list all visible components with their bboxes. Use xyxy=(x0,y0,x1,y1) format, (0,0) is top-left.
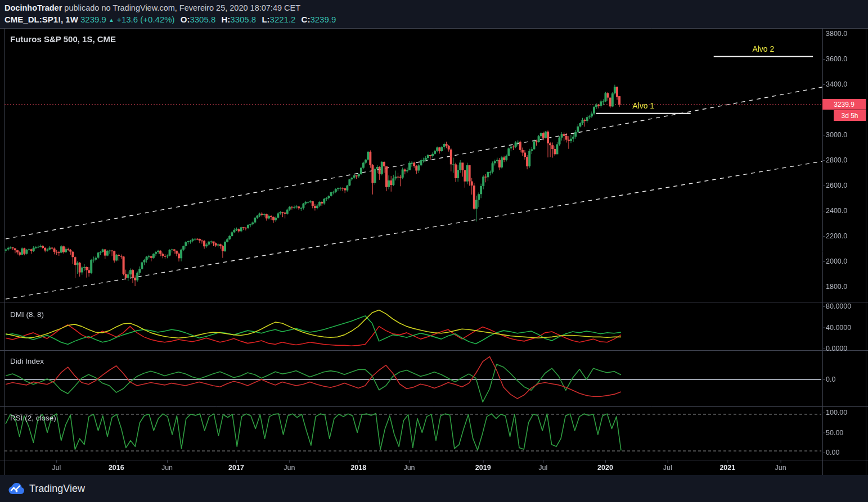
open-value: 3305.8 xyxy=(190,15,215,24)
bar-countdown-badge: 3d 5h xyxy=(834,110,866,121)
time-tick-label: 2017 xyxy=(228,464,244,472)
low-label: L: xyxy=(262,15,269,24)
symbol-interval[interactable]: CME_DL:SP1!, 1W xyxy=(5,15,78,24)
low-value: 3221.2 xyxy=(270,15,296,24)
axis-tick-label: 1800.0 xyxy=(826,283,847,291)
chart-region: Futuros S&P 500, 1S, CME DMI (8, 8) Didi… xyxy=(0,0,868,502)
close-value: 3239.9 xyxy=(310,15,336,24)
axis-tick-label: 3400.0 xyxy=(826,80,847,88)
time-tick-label: Jun xyxy=(775,464,786,472)
axis-tick-label: 3800.0 xyxy=(826,30,847,38)
time-tick-label: 2019 xyxy=(475,464,491,472)
axis-tick-label: 0.00 xyxy=(826,449,839,456)
brand-name[interactable]: TradingView xyxy=(29,483,85,495)
time-tick-label: Jun xyxy=(284,464,295,472)
time-tick-label: Jun xyxy=(161,464,173,472)
axis-tick-label: 100.00 xyxy=(826,409,847,417)
publish-info: publicado no TradingView.com, Fevereiro … xyxy=(62,3,300,12)
axis-tick-label: 0.0 xyxy=(826,376,835,383)
last-price: 3239.9 xyxy=(80,15,106,24)
dmi-pane-label: DMI (8, 8) xyxy=(10,310,44,319)
axis-tick-label: 2400.0 xyxy=(826,207,847,215)
time-tick-label: 2018 xyxy=(350,464,366,472)
price-target-label[interactable]: Alvo 1 xyxy=(632,101,654,110)
time-tick-label: Jul xyxy=(538,464,547,472)
time-tick-label: 2021 xyxy=(719,464,735,472)
open-label: O: xyxy=(181,15,190,24)
up-arrow-icon: ▲ xyxy=(109,17,114,23)
price-target-label[interactable]: Alvo 2 xyxy=(752,44,774,53)
footer: TradingView xyxy=(0,475,868,502)
axis-tick-label: 0.0000 xyxy=(826,345,847,352)
chart-canvas[interactable] xyxy=(0,0,868,502)
axis-tick-label: 2200.0 xyxy=(826,232,847,240)
time-tick-label: 2020 xyxy=(597,464,613,472)
tradingview-snapshot: Futuros S&P 500, 1S, CME DMI (8, 8) Didi… xyxy=(0,0,868,502)
time-tick-label: Jul xyxy=(52,464,61,472)
rsi-pane-label: RSI (2, close) xyxy=(10,414,56,422)
axis-tick-label: 2600.0 xyxy=(826,182,847,189)
chart-title: Futuros S&P 500, 1S, CME xyxy=(10,34,116,44)
price-change: +13.6 (+0.42%) xyxy=(116,15,174,24)
tradingview-logo-icon[interactable] xyxy=(8,482,25,495)
axis-tick-label: 2000.0 xyxy=(826,257,847,265)
time-tick-label: Jul xyxy=(663,464,672,472)
symbol-line: CME_DL:SP1!, 1W 3239.9 ▲ +13.6 (+0.42%) … xyxy=(5,15,336,24)
author-name: DocinhoTrader xyxy=(5,3,62,12)
axis-tick-label: 40.0000 xyxy=(826,324,851,332)
high-value: 3305.8 xyxy=(230,15,256,24)
axis-tick-label: 50.00 xyxy=(826,429,843,437)
axis-tick-label: 80.0000 xyxy=(826,302,851,310)
close-label: C: xyxy=(302,15,311,24)
axis-tick-label: 3600.0 xyxy=(826,55,847,63)
header: DocinhoTrader publicado no TradingView.c… xyxy=(0,0,868,27)
time-tick-label: Jun xyxy=(403,464,415,472)
time-tick-label: 2016 xyxy=(109,464,124,472)
axis-tick-label: 3000.0 xyxy=(826,131,847,139)
current-price-badge: 3239.9 xyxy=(822,99,866,110)
axis-tick-label: 2800.0 xyxy=(826,156,847,164)
byline: DocinhoTrader publicado no TradingView.c… xyxy=(5,3,300,12)
high-label: H: xyxy=(221,15,230,24)
didi-pane-label: Didi Index xyxy=(10,357,44,365)
